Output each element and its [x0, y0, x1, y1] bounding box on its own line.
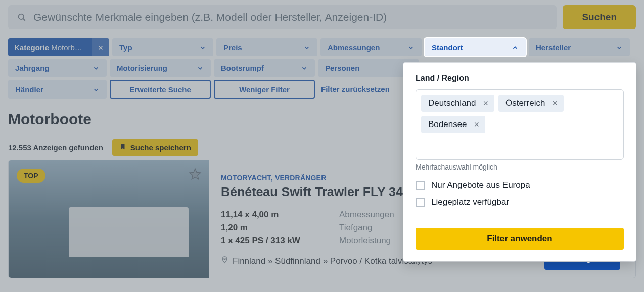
filter-price[interactable]: Preis: [216, 38, 317, 56]
search-input-container[interactable]: Gewünschte Merkmale eingeben (z.B. Model…: [8, 5, 557, 29]
chevron-up-icon: [512, 44, 519, 51]
berth-available-checkbox[interactable]: Liegeplatz verfügbar: [416, 197, 624, 207]
favorite-icon[interactable]: [189, 168, 202, 183]
filter-year[interactable]: Jahrgang: [8, 59, 107, 77]
results-count: 12.553 Anzeigen gefunden: [8, 143, 103, 152]
svg-point-4: [224, 258, 225, 260]
filter-dimensions[interactable]: Abmessungen: [320, 38, 422, 56]
less-filters-button[interactable]: Weniger Filter: [214, 80, 315, 99]
pin-icon: [221, 255, 228, 267]
filter-category-label: Kategorie: [14, 43, 49, 52]
spec-power-label: Motorleistung: [339, 236, 391, 246]
chevron-down-icon: [303, 44, 310, 51]
region-tag-input[interactable]: Deutschland× Österreich× Bodensee×: [416, 89, 624, 160]
apply-filter-button[interactable]: Filter anwenden: [416, 228, 624, 250]
chevron-down-icon: [616, 44, 623, 51]
filter-dealer[interactable]: Händler: [8, 80, 107, 99]
popup-heading: Land / Region: [416, 74, 624, 83]
search-button[interactable]: Suchen: [563, 5, 636, 29]
spec-draft-label: Tiefgang: [339, 223, 373, 233]
reset-filters-link[interactable]: Filter zurücksetzen: [318, 80, 393, 99]
remove-tag-icon[interactable]: ×: [472, 120, 482, 129]
checkbox-icon: [416, 198, 425, 207]
chevron-down-icon: [93, 86, 100, 93]
multiselect-hint: Mehrfachauswahl möglich: [416, 163, 624, 171]
listing-location: Finnland » Südfinnland » Porvoo / Kotka …: [233, 256, 432, 266]
region-tag: Deutschland×: [421, 95, 494, 112]
save-search-button[interactable]: Suche speichern: [112, 139, 198, 156]
listing-thumbnail[interactable]: TOP: [9, 160, 209, 278]
filter-category[interactable]: Kategorie Motorb…: [8, 38, 109, 56]
spec-power-value: 1 x 425 PS / 313 kW: [221, 236, 307, 246]
spec-draft-value: 1,20 m: [221, 223, 307, 233]
remove-tag-icon[interactable]: ×: [550, 99, 560, 108]
region-tag: Österreich×: [498, 95, 564, 112]
europe-only-checkbox[interactable]: Nur Angebote aus Europa: [416, 180, 624, 190]
bookmark-icon: [119, 143, 126, 152]
search-icon: [17, 13, 26, 22]
svg-line-1: [23, 19, 25, 21]
spec-dimensions-label: Abmessungen: [339, 210, 394, 220]
filter-engine[interactable]: Motorisierung: [110, 59, 211, 77]
search-placeholder: Gewünschte Merkmale eingeben (z.B. Model…: [33, 11, 387, 23]
filter-hull[interactable]: Bootsrumpf: [214, 59, 315, 77]
filter-manufacturer[interactable]: Hersteller: [529, 38, 630, 56]
chevron-down-icon: [197, 65, 204, 72]
chevron-down-icon: [407, 44, 415, 51]
filter-category-value: Motorb…: [51, 43, 82, 52]
filter-location[interactable]: Standort: [425, 38, 526, 56]
spec-dimensions-value: 11,14 x 4,00 m: [221, 210, 307, 220]
chevron-down-icon: [199, 44, 206, 51]
advanced-search-button[interactable]: Erweiterte Suche: [110, 80, 211, 99]
remove-tag-icon[interactable]: ×: [481, 99, 491, 108]
location-filter-popup: Land / Region Deutschland× Österreich× B…: [403, 63, 636, 261]
remove-category-icon[interactable]: [92, 38, 109, 56]
chevron-down-icon: [93, 65, 100, 72]
region-tag: Bodensee×: [421, 116, 485, 133]
chevron-down-icon: [301, 65, 308, 72]
filter-type[interactable]: Typ: [112, 38, 213, 56]
top-badge: TOP: [17, 169, 45, 183]
svg-point-0: [19, 14, 24, 20]
checkbox-icon: [416, 181, 425, 190]
